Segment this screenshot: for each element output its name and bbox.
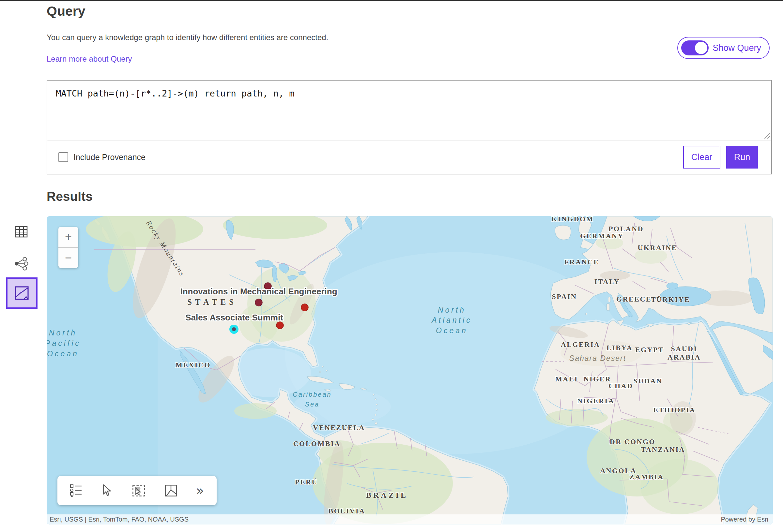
page-description: You can query a knowledge graph to ident… <box>46 33 328 42</box>
country-label: EGYPT <box>635 345 664 354</box>
toggle-knob <box>695 42 707 54</box>
attribution-sources: Esri, USGS | Esri, TomTom, FAO, NOAA, US… <box>50 516 189 523</box>
country-label: KINGDOM <box>551 216 594 223</box>
results-map[interactable]: North Pacific Ocean North Atlantic Ocean… <box>46 216 773 525</box>
sea-label: Sea <box>305 401 320 408</box>
legend-button[interactable] <box>69 484 83 497</box>
country-label: MÉXICO <box>176 361 211 369</box>
marker-red[interactable] <box>276 322 283 329</box>
results-title: Results <box>46 189 93 204</box>
ocean-label: Ocean <box>47 350 79 358</box>
ocean-label: Atlantic <box>431 316 472 324</box>
clear-button[interactable]: Clear <box>683 146 720 169</box>
attribution-powered-by: Powered by Esri <box>721 516 768 523</box>
country-label: ETHIOPIA <box>653 406 695 414</box>
country-label: FRANCE <box>564 258 599 266</box>
country-label: BRAZIL <box>366 491 408 499</box>
country-label: LIBYA <box>606 343 633 352</box>
map-attribution: Esri, USGS | Esri, TomTom, FAO, NOAA, US… <box>46 514 773 525</box>
zoom-in-button[interactable]: + <box>58 227 78 248</box>
country-label: PERÚ <box>295 478 318 486</box>
country-label: VENEZUELA <box>313 424 365 432</box>
country-label: NIGERIA <box>577 397 614 405</box>
country-label: UKRAINE <box>637 243 677 252</box>
checkbox-icon[interactable] <box>58 152 68 162</box>
zoom-out-button[interactable]: − <box>58 248 78 268</box>
map-view-button-selected[interactable] <box>6 277 37 309</box>
legend-icon <box>69 484 83 497</box>
country-label: NIGER <box>584 375 612 383</box>
include-provenance-checkbox[interactable]: Include Provenance <box>58 152 146 162</box>
cursor-icon <box>101 484 113 497</box>
country-label: DR CONGO <box>610 437 655 445</box>
page-title: Query <box>46 4 86 19</box>
map-icon <box>14 285 30 301</box>
country-label: ZAMBIA <box>629 473 664 481</box>
select-by-polygon-button[interactable] <box>164 484 178 497</box>
table-icon <box>15 226 28 238</box>
query-editor: MATCH path=(n)-[r*..2]->(m) return path,… <box>46 80 772 174</box>
button-row: Clear Run <box>683 146 758 169</box>
expand-toolbar-button[interactable]: » <box>196 483 205 498</box>
pointer-tool-button[interactable] <box>101 484 113 497</box>
country-label: GERMANY <box>580 232 624 240</box>
marker-selected[interactable] <box>231 326 237 333</box>
country-label: SPAIN <box>552 292 577 301</box>
ocean-label: North <box>49 329 77 337</box>
country-label: BOLIVIA <box>328 507 366 515</box>
ocean-label: North <box>438 306 466 314</box>
country-label: ARABIA <box>667 353 701 361</box>
query-page: Query You can query a knowledge graph to… <box>0 0 783 532</box>
country-label: GREECE <box>616 295 652 303</box>
country-label-united-states: STATES <box>187 298 237 306</box>
query-footer: Include Provenance Clear Run <box>47 140 771 174</box>
select-by-rectangle-button[interactable] <box>131 484 146 497</box>
country-label: TÜRKIYE <box>651 295 690 303</box>
country-label: SAUDI <box>671 344 697 353</box>
region-label-sahara: Sahara Desert <box>569 354 626 363</box>
country-label: ITALY <box>594 277 620 286</box>
toggle-switch-icon[interactable] <box>681 40 709 56</box>
point-label: Sales Associate Summit <box>185 312 283 322</box>
link-chart-view-button[interactable] <box>14 257 28 271</box>
map-zoom-control: + − <box>58 227 78 268</box>
point-label: Innovations in Mechanical Engineering <box>180 287 337 296</box>
country-label: ALGERIA <box>561 340 600 348</box>
country-label: SUDAN <box>634 377 662 385</box>
learn-more-link[interactable]: Learn more about Query <box>46 55 132 64</box>
query-textarea[interactable]: MATCH path=(n)-[r*..2]->(m) return path,… <box>47 80 771 140</box>
show-query-toggle[interactable]: Show Query <box>677 37 770 59</box>
show-query-label: Show Query <box>713 43 761 53</box>
country-label: CHAD <box>609 382 633 390</box>
run-button[interactable]: Run <box>726 146 758 169</box>
ocean-label: Pacific <box>46 339 81 347</box>
sea-label: Caribbean <box>293 391 332 398</box>
link-chart-icon <box>14 257 28 271</box>
ocean-label: Ocean <box>436 326 468 335</box>
country-label: COLOMBIA <box>293 439 341 447</box>
select-polygon-icon <box>164 484 178 497</box>
select-rectangle-icon <box>131 484 146 497</box>
map-toolbar: » <box>57 476 217 505</box>
table-view-button[interactable] <box>15 226 28 238</box>
include-provenance-label: Include Provenance <box>73 153 146 162</box>
country-label: MALI <box>555 375 578 383</box>
marker-maroon[interactable] <box>255 299 262 306</box>
marker-red[interactable] <box>301 304 308 311</box>
country-label: TANZANIA <box>641 445 685 454</box>
